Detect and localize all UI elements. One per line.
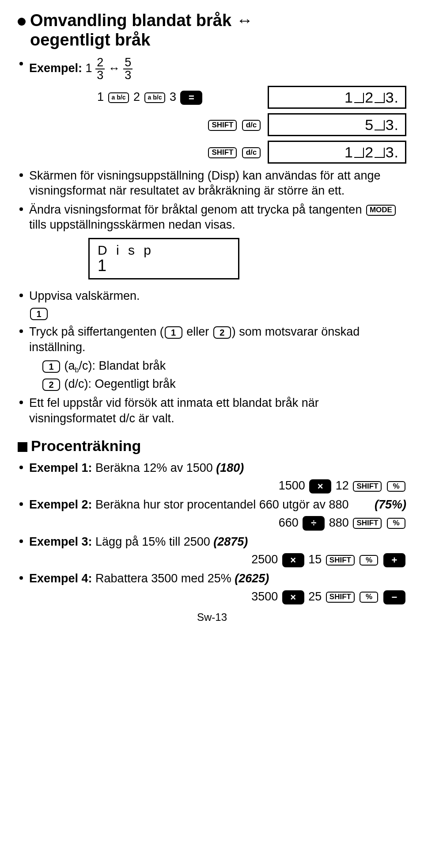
frac1-num: 2 xyxy=(95,57,105,69)
display-disp-screen: D i s p 1 xyxy=(88,238,239,279)
bullet-dot xyxy=(19,576,23,580)
display-output-1: 123. xyxy=(268,86,406,109)
heading-percent: Procenträkning xyxy=(18,436,406,456)
num: 25 xyxy=(308,590,322,603)
ex4-keys: 3500 × 25 SHIFT % − xyxy=(29,589,406,604)
num: 2500 xyxy=(251,553,278,566)
text: Skärmen för visningsuppställning (Disp) … xyxy=(29,169,380,198)
one-key[interactable]: 1 xyxy=(42,360,60,373)
heading-1: Omvandling blandat bråk ↔ xyxy=(18,11,406,30)
fraction-1: 2 3 xyxy=(95,57,105,81)
ex1-text: Beräkna 12% av 1500 xyxy=(92,461,216,474)
paragraph-press-digit: Tryck på siffertangenten (1 eller 2) som… xyxy=(18,324,406,392)
one-key[interactable]: 1 xyxy=(165,326,182,339)
shift-key[interactable]: SHIFT xyxy=(353,481,382,492)
ex1-label: Exempel 1: xyxy=(29,461,92,474)
paragraph-error-note: Ett fel uppstår vid försök att inmata et… xyxy=(18,395,406,426)
shift-key[interactable]: SHIFT xyxy=(208,120,237,131)
ex3-keys: 2500 × 15 SHIFT % + xyxy=(29,552,406,567)
bullet-dot xyxy=(19,207,23,211)
plus-key[interactable]: + xyxy=(383,553,405,567)
ex2-label: Exempel 2: xyxy=(29,498,92,511)
heading-line1: Omvandling blandat bråk ↔ xyxy=(30,11,253,30)
ex3-result: (2875) xyxy=(213,535,248,548)
frac1-den: 3 xyxy=(95,69,105,81)
ex1-keys: 1500 × 12 SHIFT % xyxy=(29,478,406,493)
num: 15 xyxy=(308,553,322,566)
multiply-key[interactable]: × xyxy=(309,479,331,493)
page: Omvandling blandat bråk ↔ oegentligt brå… xyxy=(0,0,424,637)
key-sequence-2: SHIFT d/c xyxy=(207,117,261,132)
percent-example-1: Exempel 1: Beräkna 12% av 1500 (180) 150… xyxy=(18,460,406,494)
ex2-keys: 660 ÷ 880 SHIFT % xyxy=(29,515,406,531)
percent-key[interactable]: % xyxy=(387,481,405,492)
key-sequence-1: 1 a b/c 2 a b/c 3 = xyxy=(97,89,203,105)
fraction-2: 5 3 xyxy=(123,57,132,81)
example-heading: Exempel: 1 2 3 ↔ 5 3 xyxy=(18,57,132,81)
display-output-2: 53. xyxy=(268,113,406,136)
text-a: Ändra visningsformat för bråktal genom a… xyxy=(29,203,365,216)
paragraph-show-selection: Uppvisa valskärmen. 1 xyxy=(18,288,406,321)
ex4-label: Exempel 4: xyxy=(29,572,92,585)
disp-line1: D i s p xyxy=(98,242,230,259)
heading-1-line2: oegentligt bråk xyxy=(18,31,406,50)
percent-example-4: Exempel 4: Rabattera 3500 med 25% (2625)… xyxy=(18,571,406,604)
ex4-result: (2625) xyxy=(235,572,269,585)
one-key[interactable]: 1 xyxy=(30,308,48,320)
key-sequence-row-3: SHIFT d/c 123. xyxy=(18,141,406,164)
text-b: eller xyxy=(183,325,212,338)
display-output-3: 123. xyxy=(268,141,406,164)
minus-key[interactable]: − xyxy=(383,590,405,604)
ex3-label: Exempel 3: xyxy=(29,535,92,548)
shift-key[interactable]: SHIFT xyxy=(353,518,382,529)
percent-example-2: Exempel 2: Beräkna hur stor procentandel… xyxy=(18,497,406,531)
opt1-c: /c): Blandat bråk xyxy=(79,359,166,372)
opt1-a: (a xyxy=(64,359,75,372)
num: 12 xyxy=(336,479,349,492)
percent-key[interactable]: % xyxy=(360,592,378,603)
two-key[interactable]: 2 xyxy=(42,379,60,391)
bullet-dot xyxy=(19,294,23,297)
square-icon xyxy=(18,442,27,452)
opt1-b: b xyxy=(75,366,79,374)
abc-key[interactable]: a b/c xyxy=(144,92,166,103)
example-whole: 1 xyxy=(86,61,92,75)
paragraph-disp-info: Skärmen för visningsuppställning (Disp) … xyxy=(18,168,406,199)
num: 660 xyxy=(279,516,299,529)
text: Ett fel uppstår vid försök att inmata et… xyxy=(29,396,319,425)
shift-key[interactable]: SHIFT xyxy=(326,592,355,603)
bullet-dot xyxy=(19,466,23,469)
equals-key[interactable]: = xyxy=(180,91,202,105)
key-sequence-row-1: 1 a b/c 2 a b/c 3 = 123. xyxy=(18,86,406,109)
bullet-dot xyxy=(19,401,23,404)
ex3-text: Lägg på 15% till 2500 xyxy=(92,535,214,548)
bullet-big xyxy=(18,18,26,26)
dc-key[interactable]: d/c xyxy=(242,120,261,131)
multiply-key[interactable]: × xyxy=(282,553,304,567)
dc-key[interactable]: d/c xyxy=(242,147,261,158)
mode-key[interactable]: MODE xyxy=(366,205,396,216)
text-a: Tryck på siffertangenten ( xyxy=(29,325,164,338)
percent-key[interactable]: % xyxy=(387,518,405,529)
two-key[interactable]: 2 xyxy=(213,326,231,339)
text: Uppvisa valskärmen. xyxy=(29,289,140,302)
digit: 2 xyxy=(133,90,140,103)
frac2-num: 5 xyxy=(123,57,132,69)
num: 3500 xyxy=(251,590,278,603)
frac2-den: 3 xyxy=(123,69,132,81)
ex2-result: (75%) xyxy=(375,497,406,512)
text-b: tills uppställningsskärmen nedan visas. xyxy=(29,218,235,231)
multiply-key[interactable]: × xyxy=(282,590,304,604)
shift-key[interactable]: SHIFT xyxy=(208,147,237,158)
heading-percent-text: Procenträkning xyxy=(31,437,141,454)
num: 1500 xyxy=(279,479,305,492)
shift-key[interactable]: SHIFT xyxy=(326,555,355,566)
page-number: Sw-13 xyxy=(18,611,406,624)
percent-example-3: Exempel 3: Lägg på 15% till 2500 (2875) … xyxy=(18,534,406,568)
bullet-dot xyxy=(19,329,23,333)
percent-key[interactable]: % xyxy=(360,555,378,566)
double-arrow-icon: ↔ xyxy=(108,61,120,75)
abc-key[interactable]: a b/c xyxy=(108,92,129,103)
bullet-dot xyxy=(19,62,23,65)
divide-key[interactable]: ÷ xyxy=(303,516,325,530)
